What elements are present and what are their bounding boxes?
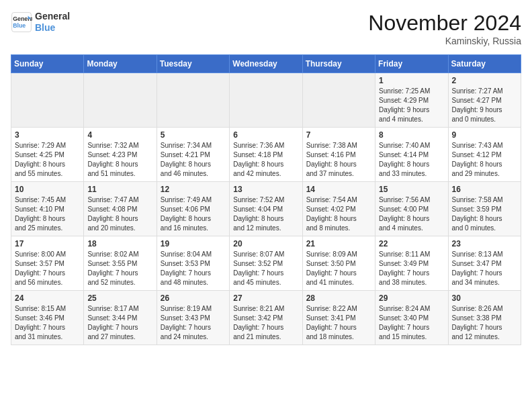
- day-info: Sunrise: 7:43 AM Sunset: 4:12 PM Dayligh…: [452, 141, 517, 179]
- calendar-cell: 25Sunrise: 8:17 AM Sunset: 3:44 PM Dayli…: [84, 291, 157, 345]
- month-title: November 2024: [368, 11, 521, 36]
- day-info: Sunrise: 8:15 AM Sunset: 3:46 PM Dayligh…: [15, 304, 80, 342]
- calendar-cell: 2Sunrise: 7:27 AM Sunset: 4:27 PM Daylig…: [448, 73, 521, 128]
- day-info: Sunrise: 7:36 AM Sunset: 4:18 PM Dayligh…: [233, 141, 298, 179]
- calendar-cell: 27Sunrise: 8:21 AM Sunset: 3:42 PM Dayli…: [230, 291, 302, 345]
- day-info: Sunrise: 8:00 AM Sunset: 3:57 PM Dayligh…: [15, 250, 80, 287]
- calendar-cell: 12Sunrise: 7:49 AM Sunset: 4:06 PM Dayli…: [157, 182, 229, 236]
- day-number: 17: [15, 239, 80, 248]
- calendar-week-row: 10Sunrise: 7:45 AM Sunset: 4:10 PM Dayli…: [11, 182, 521, 236]
- calendar-cell: 29Sunrise: 8:24 AM Sunset: 3:40 PM Dayli…: [375, 291, 448, 345]
- day-info: Sunrise: 7:38 AM Sunset: 4:16 PM Dayligh…: [306, 141, 371, 179]
- day-info: Sunrise: 8:11 AM Sunset: 3:49 PM Dayligh…: [379, 250, 444, 287]
- day-number: 1: [379, 76, 444, 85]
- day-info: Sunrise: 8:22 AM Sunset: 3:41 PM Dayligh…: [306, 304, 371, 342]
- day-number: 13: [233, 185, 298, 194]
- calendar-cell: [230, 73, 302, 128]
- calendar-cell: [11, 73, 84, 128]
- calendar-cell: 26Sunrise: 8:19 AM Sunset: 3:43 PM Dayli…: [157, 291, 229, 345]
- calendar-cell: 23Sunrise: 8:13 AM Sunset: 3:47 PM Dayli…: [448, 236, 521, 291]
- day-number: 20: [233, 239, 298, 248]
- header-sunday: Sunday: [11, 55, 84, 73]
- calendar-cell: 20Sunrise: 8:07 AM Sunset: 3:52 PM Dayli…: [230, 236, 302, 291]
- logo-icon: General Blue: [11, 11, 32, 33]
- calendar-cell: 8Sunrise: 7:40 AM Sunset: 4:14 PM Daylig…: [375, 128, 448, 182]
- day-number: 6: [233, 130, 298, 140]
- day-info: Sunrise: 8:26 AM Sunset: 3:38 PM Dayligh…: [452, 304, 517, 342]
- svg-text:Blue: Blue: [13, 22, 26, 29]
- day-number: 15: [379, 185, 444, 194]
- day-number: 18: [87, 239, 152, 248]
- header-wednesday: Wednesday: [230, 55, 302, 73]
- day-number: 9: [452, 130, 517, 140]
- day-info: Sunrise: 8:13 AM Sunset: 3:47 PM Dayligh…: [452, 250, 517, 287]
- calendar-cell: 6Sunrise: 7:36 AM Sunset: 4:18 PM Daylig…: [230, 128, 302, 182]
- calendar-cell: 28Sunrise: 8:22 AM Sunset: 3:41 PM Dayli…: [302, 291, 375, 345]
- day-info: Sunrise: 8:24 AM Sunset: 3:40 PM Dayligh…: [379, 304, 444, 342]
- day-number: 11: [87, 185, 152, 194]
- calendar-header-row: SundayMondayTuesdayWednesdayThursdayFrid…: [11, 55, 521, 73]
- day-number: 22: [379, 239, 444, 248]
- day-info: Sunrise: 7:34 AM Sunset: 4:21 PM Dayligh…: [161, 141, 226, 179]
- calendar-cell: 3Sunrise: 7:29 AM Sunset: 4:25 PM Daylig…: [11, 128, 84, 182]
- calendar-cell: 7Sunrise: 7:38 AM Sunset: 4:16 PM Daylig…: [302, 128, 375, 182]
- calendar-week-row: 1Sunrise: 7:25 AM Sunset: 4:29 PM Daylig…: [11, 73, 521, 128]
- day-number: 21: [306, 239, 371, 248]
- day-number: 16: [452, 185, 517, 194]
- day-info: Sunrise: 7:32 AM Sunset: 4:23 PM Dayligh…: [87, 141, 152, 179]
- header-tuesday: Tuesday: [157, 55, 229, 73]
- calendar-cell: [157, 73, 229, 128]
- calendar-table: SundayMondayTuesdayWednesdayThursdayFrid…: [11, 54, 521, 345]
- day-number: 3: [15, 130, 80, 140]
- day-info: Sunrise: 7:52 AM Sunset: 4:04 PM Dayligh…: [233, 195, 298, 233]
- calendar-cell: 11Sunrise: 7:47 AM Sunset: 4:08 PM Dayli…: [84, 182, 157, 236]
- day-info: Sunrise: 7:45 AM Sunset: 4:10 PM Dayligh…: [15, 195, 80, 233]
- day-info: Sunrise: 8:04 AM Sunset: 3:53 PM Dayligh…: [161, 250, 226, 287]
- calendar-cell: [302, 73, 375, 128]
- day-info: Sunrise: 7:47 AM Sunset: 4:08 PM Dayligh…: [87, 195, 152, 233]
- header: General Blue General Blue November 2024 …: [11, 11, 521, 46]
- calendar-cell: 18Sunrise: 8:02 AM Sunset: 3:55 PM Dayli…: [84, 236, 157, 291]
- day-info: Sunrise: 7:27 AM Sunset: 4:27 PM Dayligh…: [452, 87, 517, 124]
- day-number: 12: [161, 185, 226, 194]
- header-friday: Friday: [375, 55, 448, 73]
- day-number: 10: [15, 185, 80, 194]
- calendar-cell: 15Sunrise: 7:56 AM Sunset: 4:00 PM Dayli…: [375, 182, 448, 236]
- day-number: 24: [15, 293, 80, 303]
- title-area: November 2024 Kaminskiy, Russia: [368, 11, 521, 46]
- day-info: Sunrise: 8:09 AM Sunset: 3:50 PM Dayligh…: [306, 250, 371, 287]
- day-number: 25: [87, 293, 152, 303]
- logo: General Blue General Blue: [11, 11, 70, 34]
- calendar-cell: 13Sunrise: 7:52 AM Sunset: 4:04 PM Dayli…: [230, 182, 302, 236]
- calendar-cell: 5Sunrise: 7:34 AM Sunset: 4:21 PM Daylig…: [157, 128, 229, 182]
- svg-text:General: General: [13, 15, 32, 22]
- day-info: Sunrise: 7:54 AM Sunset: 4:02 PM Dayligh…: [306, 195, 371, 233]
- day-info: Sunrise: 7:56 AM Sunset: 4:00 PM Dayligh…: [379, 195, 444, 233]
- calendar-cell: 21Sunrise: 8:09 AM Sunset: 3:50 PM Dayli…: [302, 236, 375, 291]
- day-number: 8: [379, 130, 444, 140]
- day-info: Sunrise: 7:58 AM Sunset: 3:59 PM Dayligh…: [452, 195, 517, 233]
- location: Kaminskiy, Russia: [368, 36, 521, 46]
- calendar-week-row: 3Sunrise: 7:29 AM Sunset: 4:25 PM Daylig…: [11, 128, 521, 182]
- calendar-cell: 1Sunrise: 7:25 AM Sunset: 4:29 PM Daylig…: [375, 73, 448, 128]
- calendar-week-row: 24Sunrise: 8:15 AM Sunset: 3:46 PM Dayli…: [11, 291, 521, 345]
- calendar-week-row: 17Sunrise: 8:00 AM Sunset: 3:57 PM Dayli…: [11, 236, 521, 291]
- day-info: Sunrise: 8:07 AM Sunset: 3:52 PM Dayligh…: [233, 250, 298, 287]
- day-info: Sunrise: 8:17 AM Sunset: 3:44 PM Dayligh…: [87, 304, 152, 342]
- day-number: 2: [452, 76, 517, 85]
- day-number: 30: [452, 293, 517, 303]
- calendar-cell: 22Sunrise: 8:11 AM Sunset: 3:49 PM Dayli…: [375, 236, 448, 291]
- calendar-cell: [84, 73, 157, 128]
- day-number: 29: [379, 293, 444, 303]
- calendar-cell: 24Sunrise: 8:15 AM Sunset: 3:46 PM Dayli…: [11, 291, 84, 345]
- day-info: Sunrise: 7:49 AM Sunset: 4:06 PM Dayligh…: [161, 195, 226, 233]
- logo-text: General Blue: [35, 11, 70, 34]
- calendar-cell: 19Sunrise: 8:04 AM Sunset: 3:53 PM Dayli…: [157, 236, 229, 291]
- day-number: 4: [87, 130, 152, 140]
- calendar-cell: 17Sunrise: 8:00 AM Sunset: 3:57 PM Dayli…: [11, 236, 84, 291]
- day-number: 27: [233, 293, 298, 303]
- day-number: 19: [161, 239, 226, 248]
- day-info: Sunrise: 7:40 AM Sunset: 4:14 PM Dayligh…: [379, 141, 444, 179]
- day-number: 23: [452, 239, 517, 248]
- day-number: 28: [306, 293, 371, 303]
